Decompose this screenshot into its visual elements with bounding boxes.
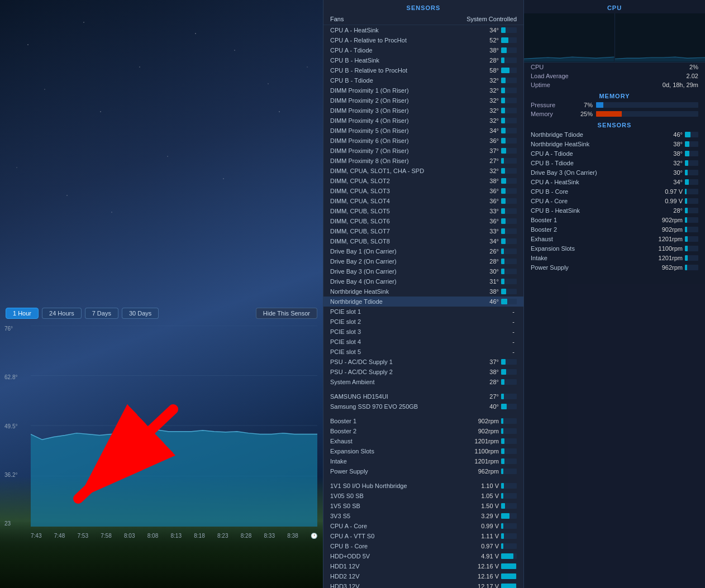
sensor-value: 902rpm bbox=[463, 418, 499, 424]
sensor-value: 4.91 V bbox=[463, 553, 499, 560]
sensor-bar-container bbox=[501, 168, 517, 174]
sensor-row: PSU - AC/DC Supply 137° bbox=[323, 357, 523, 367]
sensor-row: Power Supply962rpm bbox=[323, 466, 523, 476]
sensor-value: 52° bbox=[463, 37, 499, 44]
sensor-name: Booster 2 bbox=[330, 428, 463, 434]
sensor-bar bbox=[501, 513, 509, 519]
sensor-bar-container bbox=[501, 78, 517, 83]
pressure-bar-fill bbox=[596, 102, 603, 108]
sensor-bar-container bbox=[501, 369, 517, 375]
right-sensor-bar-container bbox=[685, 160, 698, 166]
chart-graph: 76° 62.8° 49.5° 36.2° 23 bbox=[0, 326, 323, 543]
sensor-name: Exhaust bbox=[330, 438, 463, 444]
sensor-bar bbox=[501, 128, 506, 133]
right-sensor-bar bbox=[685, 236, 688, 242]
hide-sensor-button[interactable]: Hide This Sensor bbox=[256, 308, 317, 319]
sensor-name: DIMM Proximity 4 (On Riser) bbox=[330, 117, 463, 124]
sensor-row: Expansion Slots1100rpm bbox=[323, 446, 523, 456]
sensor-name: DIMM, CPUB, SLOT8 bbox=[330, 238, 463, 245]
right-sensor-bar-container bbox=[685, 246, 698, 251]
sensor-value: 1.50 V bbox=[463, 503, 499, 509]
sensor-bar bbox=[501, 37, 508, 43]
sensor-row: DIMM, CPUA, SLOT1, CHA - SPD32° bbox=[323, 166, 523, 176]
sensor-bar-container bbox=[501, 58, 517, 63]
sensor-bar-container bbox=[501, 458, 517, 464]
sensor-name: 1V05 S0 SB bbox=[330, 493, 463, 499]
right-sensor-bar-container bbox=[685, 265, 698, 270]
sensor-row: DIMM Proximity 2 (On Riser)32° bbox=[323, 95, 523, 106]
right-sensor-name: CPU A - HeatSink bbox=[531, 179, 649, 185]
right-sensor-bar bbox=[685, 189, 687, 194]
sensor-bar bbox=[501, 118, 505, 123]
sensor-name: 3V3 S5 bbox=[330, 513, 463, 519]
sensor-bar-container bbox=[501, 503, 517, 509]
right-sensor-bar bbox=[685, 255, 688, 261]
sensor-value: 36° bbox=[463, 218, 499, 224]
cpu-value: 2% bbox=[689, 64, 698, 70]
sensor-row: DIMM, CPUB, SLOT834° bbox=[323, 236, 523, 246]
sensor-row: DIMM Proximity 8 (On Riser)27° bbox=[323, 156, 523, 166]
sensor-bar bbox=[501, 148, 506, 154]
y-label-4: 36.2° bbox=[4, 472, 17, 478]
sensor-name: DIMM, CPUA, SLOT4 bbox=[330, 198, 463, 204]
sensor-name: Drive Bay 4 (On Carrier) bbox=[330, 278, 463, 285]
right-panel: CPU CPU 2% Load Average 2.02 Uptime 0d, … bbox=[524, 0, 705, 588]
right-sensor-value: 1100rpm bbox=[649, 245, 683, 252]
sensor-value: 46° bbox=[463, 298, 499, 305]
sensor-row: PCIE slot 1- bbox=[323, 307, 523, 317]
sensor-bar-container bbox=[501, 248, 517, 254]
sensor-bar bbox=[501, 563, 516, 569]
sensor-bar bbox=[501, 438, 504, 444]
right-sensor-row: Booster 2902rpm bbox=[524, 224, 705, 234]
sensor-row: DIMM, CPUA, SLOT336° bbox=[323, 186, 523, 196]
sensor-bar bbox=[501, 228, 505, 234]
sensor-bar bbox=[501, 418, 503, 424]
btn-30days[interactable]: 30 Days bbox=[122, 308, 159, 319]
sensor-name: Drive Bay 2 (On Carrier) bbox=[330, 258, 463, 265]
svg-rect-10 bbox=[615, 13, 706, 61]
sensor-value: 1.11 V bbox=[463, 533, 499, 539]
sensor-row: DIMM Proximity 1 (On Riser)32° bbox=[323, 85, 523, 95]
right-sensor-row: CPU A - Core0.99 V bbox=[524, 196, 705, 205]
sensor-row: PCIE slot 5- bbox=[323, 347, 523, 357]
sensor-name: HDD2 12V bbox=[330, 573, 463, 580]
btn-7days[interactable]: 7 Days bbox=[85, 308, 118, 319]
sensor-name: CPU B - HeatSink bbox=[330, 57, 463, 64]
btn-1hour[interactable]: 1 Hour bbox=[6, 308, 39, 319]
sensor-name: DIMM Proximity 7 (On Riser) bbox=[330, 147, 463, 154]
sensor-value: 36° bbox=[463, 188, 499, 194]
sensor-bar bbox=[501, 503, 505, 509]
right-sensor-row: CPU A - Tdiode38° bbox=[524, 149, 705, 158]
btn-24hours[interactable]: 24 Hours bbox=[42, 308, 82, 319]
sensor-bar-container bbox=[501, 68, 517, 73]
right-sensor-name: CPU B - Tdiode bbox=[531, 160, 649, 166]
sensor-bar bbox=[501, 198, 506, 204]
sensor-value: 37° bbox=[463, 358, 499, 365]
right-memory-title: MEMORY bbox=[524, 89, 705, 101]
sensor-row: DIMM Proximity 4 (On Riser)32° bbox=[323, 116, 523, 126]
cpu-graph-right bbox=[615, 13, 706, 62]
memory-label: Memory bbox=[531, 111, 570, 117]
sensor-name: Expansion Slots bbox=[330, 448, 463, 455]
load-avg-row: Load Average 2.02 bbox=[524, 71, 705, 80]
sensor-row: PCIE slot 3- bbox=[323, 327, 523, 337]
sensor-name: DIMM, CPUB, SLOT7 bbox=[330, 228, 463, 235]
sensor-bar bbox=[501, 108, 505, 113]
sensor-bar-container bbox=[501, 279, 517, 284]
sensor-bar-container bbox=[501, 88, 517, 93]
sensor-bar-container bbox=[501, 128, 517, 133]
sensor-value: 34° bbox=[463, 238, 499, 245]
sensor-row: CPU B - Tdiode32° bbox=[323, 75, 523, 85]
sensor-bar-container bbox=[501, 228, 517, 234]
sensor-name: Drive Bay 1 (On Carrier) bbox=[330, 248, 463, 255]
chart-controls: 1 Hour 24 Hours 7 Days 30 Days Hide This… bbox=[0, 303, 323, 323]
sensor-name: DIMM, CPUB, SLOT6 bbox=[330, 218, 463, 224]
right-sensor-bar bbox=[685, 160, 688, 166]
sensor-bar-container bbox=[501, 138, 517, 144]
chart-area: 1 Hour 24 Hours 7 Days 30 Days Hide This… bbox=[0, 303, 323, 543]
sensor-name: DIMM Proximity 5 (On Riser) bbox=[330, 127, 463, 134]
right-sensor-bar bbox=[685, 170, 688, 175]
sensor-name: Power Supply bbox=[330, 468, 463, 475]
sensor-bar-container bbox=[501, 379, 517, 385]
svg-rect-8 bbox=[524, 13, 615, 61]
